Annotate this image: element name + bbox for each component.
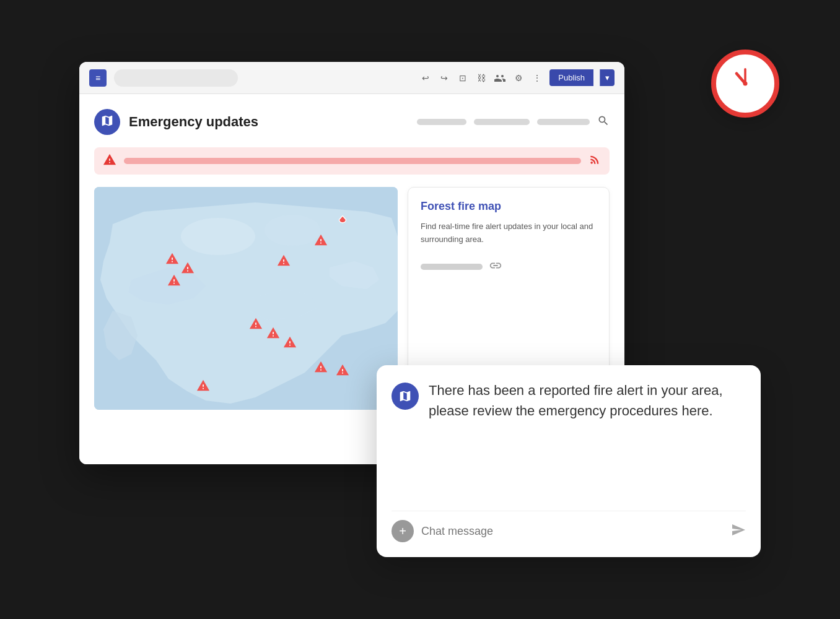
card-description: Find real-time fire alert updates in you… bbox=[421, 220, 597, 246]
fire-marker-6 bbox=[277, 254, 291, 267]
link-icon[interactable]: ⛓ bbox=[475, 72, 488, 84]
chat-avatar bbox=[392, 383, 419, 410]
fire-marker-12 bbox=[196, 379, 210, 392]
fire-marker-8 bbox=[266, 326, 280, 340]
fire-marker-2 bbox=[165, 252, 179, 266]
undo-icon[interactable]: ↩ bbox=[419, 72, 432, 84]
nav-pill-2[interactable] bbox=[474, 119, 530, 125]
chat-panel: There has been a reported fire alert in … bbox=[377, 365, 761, 557]
svg-point-5 bbox=[181, 218, 255, 255]
page-header: Emergency updates bbox=[94, 109, 610, 135]
send-button[interactable] bbox=[731, 522, 746, 540]
fire-marker-10 bbox=[314, 360, 328, 374]
app-logo: ≡ bbox=[89, 69, 107, 87]
fire-marker-11 bbox=[336, 363, 349, 377]
clock-icon bbox=[724, 62, 767, 105]
chat-input-row: + bbox=[392, 511, 746, 542]
browser-toolbar: ≡ ↩ ↪ ⊡ ⛓ ⚙ ⋮ Publish ▾ bbox=[79, 62, 624, 94]
fire-marker-7 bbox=[249, 317, 263, 331]
more-icon[interactable]: ⋮ bbox=[531, 72, 543, 84]
fire-marker-3 bbox=[181, 261, 195, 275]
layout-icon[interactable]: ⊡ bbox=[457, 72, 469, 84]
nav-pill-3[interactable] bbox=[537, 119, 590, 125]
card-title: Forest fire map bbox=[421, 200, 597, 213]
map-icon bbox=[100, 114, 114, 131]
settings-icon[interactable]: ⚙ bbox=[512, 72, 525, 84]
card-footer bbox=[421, 259, 597, 275]
plus-icon: + bbox=[399, 525, 406, 537]
fire-marker-1 bbox=[336, 215, 349, 228]
svg-point-3 bbox=[743, 82, 748, 86]
rss-icon bbox=[588, 154, 601, 169]
address-bar[interactable] bbox=[114, 69, 238, 87]
alert-banner bbox=[94, 147, 610, 175]
publish-button[interactable]: Publish bbox=[549, 69, 593, 86]
chat-add-button[interactable]: + bbox=[392, 520, 414, 542]
chat-message-area: There has been a reported fire alert in … bbox=[392, 380, 746, 501]
toolbar-controls: ↩ ↪ ⊡ ⛓ ⚙ ⋮ Publish ▾ bbox=[419, 69, 615, 86]
page-title: Emergency updates bbox=[129, 114, 258, 130]
alert-bar bbox=[124, 158, 581, 164]
fire-marker-4 bbox=[167, 274, 181, 287]
chat-input[interactable] bbox=[421, 525, 724, 538]
map-container bbox=[94, 187, 398, 410]
page-logo bbox=[94, 109, 120, 135]
chat-avatar-icon bbox=[398, 389, 412, 403]
map-svg bbox=[94, 187, 398, 410]
users-icon[interactable] bbox=[494, 72, 506, 84]
fire-marker-9 bbox=[283, 335, 297, 349]
svg-point-6 bbox=[265, 215, 320, 246]
nav-pill-1[interactable] bbox=[417, 119, 466, 125]
header-nav bbox=[417, 115, 610, 130]
card-link-placeholder bbox=[421, 264, 483, 270]
search-icon[interactable] bbox=[597, 115, 610, 130]
redo-icon[interactable]: ↪ bbox=[438, 72, 450, 84]
publish-dropdown-button[interactable]: ▾ bbox=[600, 69, 615, 86]
card-link-icon[interactable] bbox=[489, 259, 502, 275]
warning-icon bbox=[103, 153, 116, 170]
clock-decoration bbox=[711, 50, 779, 118]
chat-message-text: There has been a reported fire alert in … bbox=[429, 380, 746, 421]
fire-marker-5 bbox=[314, 233, 328, 247]
